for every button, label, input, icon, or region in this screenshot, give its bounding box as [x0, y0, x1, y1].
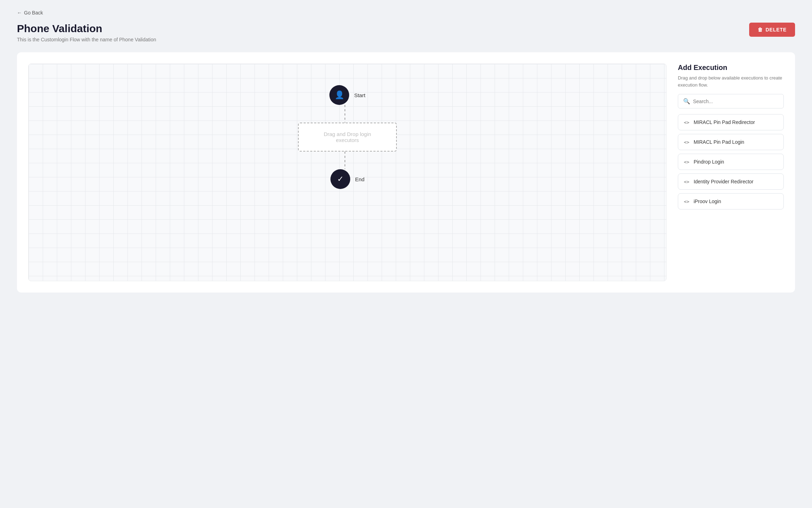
executor-name: Identity Provider Redirector	[694, 179, 754, 184]
delete-label: DELETE	[766, 27, 787, 33]
trash-icon: 🗑	[758, 27, 763, 33]
executor-name: MIRACL Pin Pad Login	[694, 139, 744, 145]
flow-canvas: 👤 Start Drag and Drop login executors ✓	[28, 64, 667, 281]
back-label: Go Back	[24, 10, 43, 16]
executor-item-identity-provider-redirector[interactable]: <> Identity Provider Redirector	[678, 173, 784, 190]
panel-title: Add Execution	[678, 64, 784, 72]
user-icon: 👤	[335, 90, 344, 100]
end-label: End	[355, 176, 365, 182]
executor-item-iproov-login[interactable]: <> iProov Login	[678, 193, 784, 209]
code-icon: <>	[684, 199, 689, 204]
executor-item-miracl-pin-pad-redirector[interactable]: <> MIRACL Pin Pad Redirector	[678, 114, 784, 130]
panel-description: Drag and drop below available executions…	[678, 75, 784, 88]
end-circle: ✓	[330, 169, 350, 189]
executor-name: iProov Login	[694, 199, 721, 204]
executor-item-pindrop-login[interactable]: <> Pindrop Login	[678, 154, 784, 170]
search-box[interactable]: 🔍	[678, 94, 784, 108]
connector-bottom	[345, 152, 345, 169]
drop-zone-text: Drag and Drop login executors	[324, 131, 371, 143]
right-panel: Add Execution Drag and drop below availa…	[678, 64, 784, 281]
search-input[interactable]	[693, 99, 778, 104]
page-description: This is the Customlogin Flow with the na…	[17, 37, 156, 42]
connector-top	[345, 105, 345, 123]
start-circle: 👤	[329, 85, 349, 105]
code-icon: <>	[684, 120, 689, 125]
executor-name: MIRACL Pin Pad Redirector	[694, 119, 755, 125]
main-card: 👤 Start Drag and Drop login executors ✓	[17, 52, 795, 293]
page-header: Phone Validation This is the Customlogin…	[17, 23, 795, 42]
end-node: ✓ End	[330, 169, 365, 189]
check-icon: ✓	[337, 175, 344, 184]
start-node: 👤 Start	[329, 85, 365, 105]
code-icon: <>	[684, 179, 689, 184]
code-icon: <>	[684, 159, 689, 165]
back-link[interactable]: ← Go Back	[17, 10, 43, 16]
executor-item-miracl-pin-pad-login[interactable]: <> MIRACL Pin Pad Login	[678, 134, 784, 150]
executor-list: <> MIRACL Pin Pad Redirector <> MIRACL P…	[678, 114, 784, 209]
code-icon: <>	[684, 140, 689, 145]
search-icon: 🔍	[683, 98, 690, 105]
executor-name: Pindrop Login	[694, 159, 724, 165]
arrow-left-icon: ←	[17, 10, 22, 16]
delete-button[interactable]: 🗑 DELETE	[749, 23, 795, 37]
start-label: Start	[354, 92, 365, 98]
page-title: Phone Validation	[17, 23, 156, 35]
flow-content: 👤 Start Drag and Drop login executors ✓	[29, 64, 666, 281]
drop-zone[interactable]: Drag and Drop login executors	[298, 123, 397, 152]
header-text: Phone Validation This is the Customlogin…	[17, 23, 156, 42]
